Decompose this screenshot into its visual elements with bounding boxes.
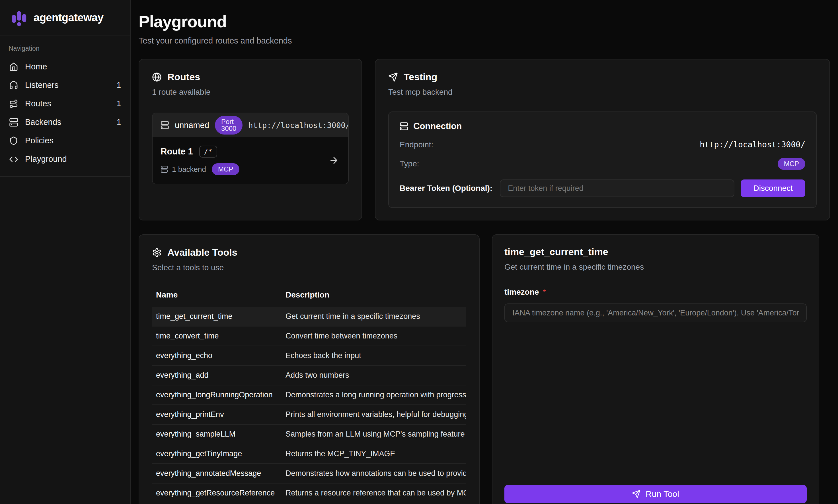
listener-row: unnamed Port 3000 http://localhost:3000/ <box>153 113 348 137</box>
route-backend-count: 1 backend <box>172 165 206 174</box>
tool-panel-subtitle: Get current time in a specific timezones <box>504 263 807 272</box>
endpoint-value: http://localhost:3000/ <box>700 140 805 149</box>
testing-card-subtitle: Test mcp backend <box>388 88 817 97</box>
testing-card-title: Testing <box>404 71 437 83</box>
bearer-token-input[interactable] <box>500 179 734 197</box>
bearer-token-row: Bearer Token (Optional): Disconnect <box>400 179 805 197</box>
shield-icon <box>9 136 18 145</box>
type-label: Type: <box>400 159 419 168</box>
column-header-description: Description <box>281 286 466 307</box>
agentgateway-logo-icon <box>10 9 28 27</box>
globe-icon <box>152 72 162 82</box>
required-marker: * <box>543 288 546 296</box>
sidebar-item-count: 1 <box>117 99 121 108</box>
type-row: Type: MCP <box>400 158 805 170</box>
headphones-icon <box>9 81 18 90</box>
top-row: Routes 1 route available unnamed Port 30… <box>139 59 830 220</box>
sidebar-item-backends[interactable]: Backends 1 <box>0 113 130 131</box>
tool-row-time_get_current_time[interactable]: time_get_current_time Get current time i… <box>152 307 466 326</box>
page-title: Playground <box>139 12 830 31</box>
tools-card-header: Available Tools <box>152 247 466 258</box>
disconnect-button[interactable]: Disconnect <box>741 179 805 197</box>
arrow-right-icon[interactable] <box>329 155 339 165</box>
server-icon <box>400 122 408 130</box>
sidebar-item-count: 1 <box>117 118 121 127</box>
run-tool-button[interactable]: Run Tool <box>504 485 807 503</box>
bearer-token-label: Bearer Token (Optional): <box>400 184 492 193</box>
tools-table-header-row: Name Description <box>152 286 466 307</box>
tool-row-everything_getResourceReference[interactable]: everything_getResourceReference Returns … <box>152 483 466 503</box>
sidebar-item-routes[interactable]: Routes 1 <box>0 94 130 113</box>
app-root: agentgateway Navigation Home Listeners 1 <box>0 0 838 504</box>
routes-card-header: Routes <box>152 71 349 83</box>
routes-card-subtitle: 1 route available <box>152 88 349 97</box>
sidebar-divider <box>0 176 130 177</box>
home-icon <box>9 62 18 71</box>
port-badge: Port 3000 <box>215 116 243 134</box>
tool-panel-title: time_get_current_time <box>504 246 807 257</box>
tools-table: Name Description time_get_current_time G… <box>152 286 466 503</box>
brand-name: agentgateway <box>34 12 103 24</box>
timezone-field-label: timezone <box>504 288 539 296</box>
sidebar-item-label: Home <box>25 62 47 71</box>
sidebar: agentgateway Navigation Home Listeners 1 <box>0 0 130 504</box>
route-info: Route 1 /* 1 backend MCP <box>160 146 239 175</box>
sidebar-item-policies[interactable]: Policies <box>0 131 130 150</box>
available-tools-card: Available Tools Select a tools to use Na… <box>139 234 479 504</box>
route-path-badge: /* <box>199 146 217 158</box>
type-badge: MCP <box>778 158 805 170</box>
routes-card-title: Routes <box>168 71 200 83</box>
server-icon <box>160 121 169 129</box>
timezone-field-label-row: timezone * <box>504 288 807 296</box>
sidebar-item-label: Policies <box>25 136 53 145</box>
code-icon <box>9 155 18 164</box>
run-tool-label: Run Tool <box>646 489 679 499</box>
page-subtitle: Test your configured routes and backends <box>139 36 830 46</box>
panel-spacer <box>504 322 807 485</box>
tool-row-everything_echo[interactable]: everything_echo Echoes back the input <box>152 346 466 365</box>
tool-row-everything_sampleLLM[interactable]: everything_sampleLLM Samples from an LLM… <box>152 425 466 444</box>
gear-icon <box>152 248 162 257</box>
sidebar-item-label: Listeners <box>25 80 59 90</box>
endpoint-row: Endpoint: http://localhost:3000/ <box>400 140 805 149</box>
tools-card-subtitle: Select a tools to use <box>152 263 466 272</box>
sidebar-item-count: 1 <box>117 81 121 90</box>
tool-run-panel: time_get_current_time Get current time i… <box>492 234 819 504</box>
route-icon <box>9 99 18 108</box>
sidebar-item-label: Backends <box>25 118 61 127</box>
sidebar-nav: Navigation Home Listeners 1 Routes <box>0 36 130 177</box>
sidebar-item-listeners[interactable]: Listeners 1 <box>0 76 130 94</box>
listener-name: unnamed <box>175 121 209 130</box>
timezone-input[interactable] <box>504 304 807 322</box>
tool-row-everything_getTinyImage[interactable]: everything_getTinyImage Returns the MCP_… <box>152 444 466 464</box>
route-type-badge: MCP <box>212 163 239 175</box>
tool-row-everything_annotatedMessage[interactable]: everything_annotatedMessage Demonstrates… <box>152 464 466 483</box>
tool-row-everything_longRunningOperation[interactable]: everything_longRunningOperation Demonstr… <box>152 385 466 405</box>
tools-card-title: Available Tools <box>168 247 238 258</box>
send-icon <box>632 490 641 498</box>
endpoint-label: Endpoint: <box>400 140 433 149</box>
column-header-name: Name <box>152 286 281 307</box>
sidebar-item-label: Routes <box>25 99 51 108</box>
sidebar-item-home[interactable]: Home <box>0 57 130 76</box>
routes-card: Routes 1 route available unnamed Port 30… <box>139 59 362 220</box>
nav-section-label: Navigation <box>8 44 130 52</box>
tool-row-everything_printEnv[interactable]: everything_printEnv Prints all environme… <box>152 405 466 425</box>
sidebar-item-playground[interactable]: Playground <box>0 150 130 168</box>
testing-card: Testing Test mcp backend Connection Endp… <box>375 59 830 220</box>
bottom-row: Available Tools Select a tools to use Na… <box>139 234 819 504</box>
route-name: Route 1 <box>160 146 193 157</box>
connection-title: Connection <box>413 121 462 131</box>
connection-panel: Connection Endpoint: http://localhost:30… <box>388 111 817 208</box>
listener-url: http://localhost:3000/ <box>248 121 349 130</box>
tool-row-time_convert_time[interactable]: time_convert_time Convert time between t… <box>152 326 466 346</box>
route-item[interactable]: Route 1 /* 1 backend MCP <box>153 137 348 184</box>
brand: agentgateway <box>0 0 130 36</box>
connection-header: Connection <box>400 121 805 131</box>
server-icon <box>9 118 18 127</box>
send-icon <box>388 72 398 82</box>
server-icon <box>160 165 168 173</box>
tool-row-everything_add[interactable]: everything_add Adds two numbers <box>152 365 466 385</box>
sidebar-item-label: Playground <box>25 155 67 164</box>
listener-group: unnamed Port 3000 http://localhost:3000/… <box>152 113 349 184</box>
